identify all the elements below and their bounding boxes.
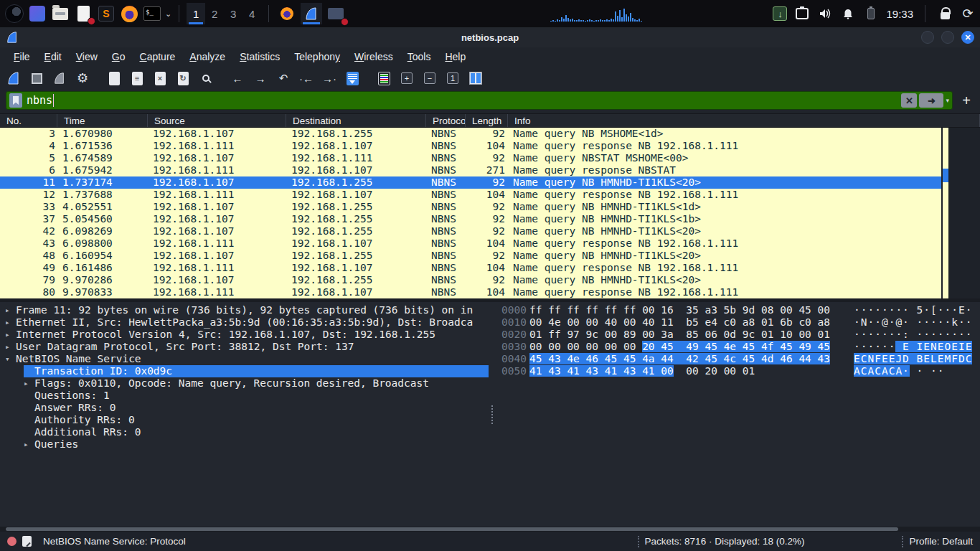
- column-header-length[interactable]: Length: [466, 114, 508, 127]
- packet-list-minimap-scrollbar[interactable]: [943, 128, 948, 298]
- zoom-100-button[interactable]: 1: [442, 69, 463, 88]
- desktop-app-icon[interactable]: [27, 4, 47, 24]
- firefox-launcher-icon[interactable]: [119, 4, 139, 24]
- titlebar[interactable]: netbios.pcap ✕: [0, 27, 980, 47]
- sublime-text-icon[interactable]: S: [96, 4, 116, 24]
- find-packet-button[interactable]: [195, 69, 217, 88]
- detail-line[interactable]: Questions: 1: [0, 390, 489, 402]
- resize-columns-button[interactable]: [465, 69, 486, 88]
- maximize-button[interactable]: [941, 31, 954, 44]
- close-file-button[interactable]: ×: [149, 69, 171, 88]
- column-header-protocol[interactable]: Protocol: [426, 114, 466, 127]
- clear-filter-button[interactable]: ✕: [901, 93, 917, 108]
- hex-row-0010[interactable]: 001000 4e 00 00 40 00 40 11 b5 e4 c0 a8 …: [495, 316, 980, 329]
- apply-filter-button[interactable]: ➜: [919, 93, 943, 108]
- close-button[interactable]: ✕: [961, 31, 974, 44]
- hex-row-0020[interactable]: 002001 ff 97 9c 00 89 00 3a 85 06 0d 9c …: [495, 329, 980, 341]
- text-editor-icon[interactable]: [73, 4, 93, 24]
- start-capture-button[interactable]: [3, 69, 24, 88]
- detail-line[interactable]: ▸User Datagram Protocol, Src Port: 38812…: [0, 341, 489, 353]
- packet-row-79[interactable]: 799.970286192.168.1.107192.168.1.255NBNS…: [0, 274, 941, 286]
- capture-comment-icon[interactable]: [22, 536, 32, 547]
- open-file-button[interactable]: [103, 69, 125, 88]
- expand-icon[interactable]: ▸: [24, 377, 29, 390]
- detail-line[interactable]: ▸Flags: 0x0110, Opcode: Name query, Recu…: [0, 377, 489, 390]
- expert-info-icon[interactable]: [7, 537, 17, 546]
- hex-row-0030[interactable]: 003000 00 00 00 00 00 20 45 49 45 4e 45 …: [495, 341, 980, 353]
- horizontal-scrollbar[interactable]: [0, 527, 980, 532]
- hex-row-0000[interactable]: 0000ff ff ff ff ff ff 00 16 35 a3 5b 9d …: [495, 304, 980, 316]
- packet-row-48[interactable]: 486.160954192.168.1.107192.168.1.255NBNS…: [0, 250, 941, 262]
- packet-row-37[interactable]: 375.054560192.168.1.107192.168.1.255NBNS…: [0, 213, 941, 225]
- expand-icon[interactable]: ▸: [5, 304, 10, 316]
- notifications-bell-icon[interactable]: [840, 6, 856, 22]
- battery-icon[interactable]: [863, 6, 879, 22]
- detail-line[interactable]: Additional RRs: 0: [0, 426, 489, 438]
- capture-options-button[interactable]: ⚙: [72, 69, 93, 88]
- detail-line[interactable]: ▾NetBIOS Name Service: [0, 353, 489, 365]
- packet-row-80[interactable]: 809.970833192.168.1.111192.168.1.107NBNS…: [0, 286, 941, 298]
- detail-line[interactable]: ▸Ethernet II, Src: HewlettPacka_a3:5b:9d…: [0, 316, 489, 329]
- menu-analyze[interactable]: Analyze: [183, 50, 232, 64]
- reload-file-button[interactable]: ↻: [172, 69, 194, 88]
- filter-dropdown-caret-icon[interactable]: ▾: [946, 97, 949, 104]
- column-header-time[interactable]: Time: [57, 114, 148, 127]
- column-header-source[interactable]: Source: [148, 114, 286, 127]
- save-file-button[interactable]: ≡: [126, 69, 148, 88]
- menu-wireless[interactable]: Wireless: [348, 50, 400, 64]
- zoom-in-button[interactable]: +: [396, 69, 418, 88]
- restart-capture-button[interactable]: [49, 69, 70, 88]
- packet-row-5[interactable]: 51.674589192.168.1.107192.168.1.111NBNS9…: [0, 152, 941, 164]
- column-header-info[interactable]: Info: [508, 114, 980, 127]
- auto-scroll-button[interactable]: [341, 69, 363, 88]
- expand-icon[interactable]: ▸: [24, 438, 29, 451]
- scrollbar-thumb[interactable]: [6, 527, 898, 531]
- packet-row-11[interactable]: 111.737174192.168.1.107192.168.1.255NBNS…: [0, 176, 941, 189]
- menu-view[interactable]: View: [70, 50, 104, 64]
- packet-row-4[interactable]: 41.671536192.168.1.111192.168.1.107NBNS1…: [0, 140, 941, 152]
- filter-value[interactable]: nbns: [27, 94, 54, 107]
- workspace-1[interactable]: 1: [187, 3, 205, 24]
- packet-row-33[interactable]: 334.052551192.168.1.107192.168.1.255NBNS…: [0, 201, 941, 213]
- menu-go[interactable]: Go: [105, 50, 132, 64]
- menu-capture[interactable]: Capture: [133, 50, 182, 64]
- packet-row-42[interactable]: 426.098269192.168.1.107192.168.1.255NBNS…: [0, 225, 941, 237]
- logout-icon[interactable]: ⟳: [960, 6, 976, 22]
- zoom-out-button[interactable]: −: [419, 69, 440, 88]
- detail-line[interactable]: ▸Frame 11: 92 bytes on wire (736 bits), …: [0, 304, 489, 316]
- updates-icon[interactable]: ↓: [773, 6, 787, 21]
- expand-icon[interactable]: ▸: [5, 329, 10, 341]
- minimize-button[interactable]: [921, 31, 934, 44]
- last-packet-button[interactable]: →·: [319, 69, 340, 88]
- packet-row-43[interactable]: 436.098800192.168.1.111192.168.1.107NBNS…: [0, 237, 941, 250]
- packet-row-3[interactable]: 31.670980192.168.1.107192.168.1.255NBNS9…: [0, 128, 941, 140]
- expand-icon[interactable]: ▸: [5, 316, 10, 329]
- detail-line[interactable]: ▸Internet Protocol Version 4, Src: 192.1…: [0, 329, 489, 341]
- terminal-launcher-icon[interactable]: $_: [142, 4, 162, 24]
- column-header-no[interactable]: No.: [0, 114, 57, 127]
- first-packet-button[interactable]: ·←: [296, 69, 317, 88]
- workspace-3[interactable]: 3: [224, 3, 242, 24]
- workspace-4[interactable]: 4: [242, 3, 261, 24]
- display-filter-input[interactable]: nbns ✕ ➜ ▾: [6, 91, 953, 110]
- detail-line[interactable]: Authority RRs: 0: [0, 414, 489, 426]
- column-header-destination[interactable]: Destination: [286, 114, 426, 127]
- kali-menu-icon[interactable]: [4, 4, 24, 24]
- menu-file[interactable]: File: [7, 50, 37, 64]
- workspace-2[interactable]: 2: [205, 3, 224, 24]
- hex-row-0040[interactable]: 004045 43 4e 46 45 45 4a 44 42 45 4c 45 …: [495, 353, 980, 365]
- menu-tools[interactable]: Tools: [401, 50, 438, 64]
- expand-icon[interactable]: ▸: [5, 341, 10, 353]
- lock-screen-icon[interactable]: [937, 6, 953, 22]
- volume-icon[interactable]: [817, 6, 833, 22]
- go-back-button[interactable]: ←: [227, 69, 248, 88]
- taskbar-screenshare-window[interactable]: [325, 3, 347, 24]
- taskbar-firefox-window[interactable]: [276, 3, 298, 24]
- hex-row-0050[interactable]: 005041 43 41 43 41 43 41 00 00 20 00 01A…: [495, 365, 980, 377]
- menu-telephony[interactable]: Telephony: [288, 50, 347, 64]
- clipboard-icon[interactable]: [794, 6, 810, 22]
- taskbar-wireshark-window[interactable]: [301, 3, 322, 24]
- packet-list-header[interactable]: No.TimeSourceDestinationProtocolLengthIn…: [0, 113, 980, 128]
- bookmark-icon[interactable]: [9, 93, 22, 108]
- vertical-splitter[interactable]: [489, 302, 495, 527]
